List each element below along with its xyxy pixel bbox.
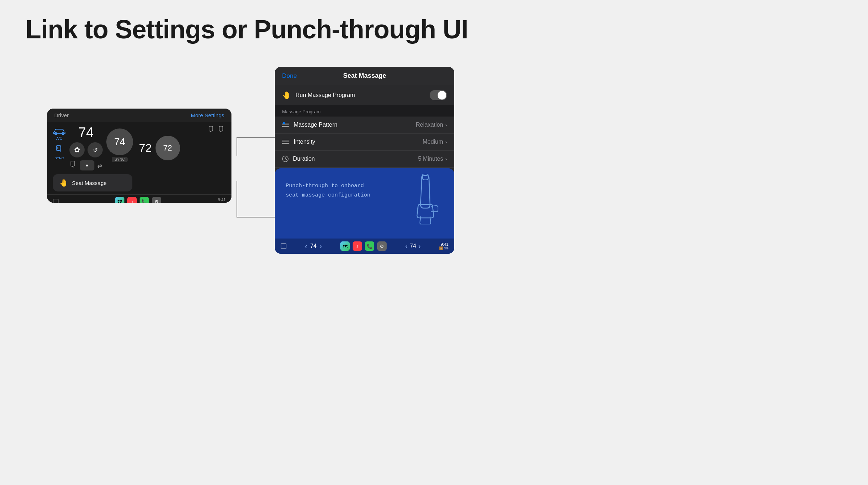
run-massage-label: Run Massage Program [295, 92, 355, 98]
seat-heat-icon [56, 144, 63, 153]
air-direction-btn[interactable]: ↺ [88, 142, 103, 157]
chevron-right-duration: › [445, 156, 447, 162]
carplay-icon-footer: ⚙ [152, 197, 161, 203]
maps-icon-footer: 🗺 [115, 197, 124, 203]
blue-time: 9:41 📶 5G [439, 242, 448, 250]
seat-icon-right2 [218, 126, 226, 134]
ac-label: A/C [56, 136, 63, 140]
seat-massage-button[interactable]: 🤚 Seat Massage [53, 174, 132, 191]
more-settings-label[interactable]: More Settings [191, 112, 224, 118]
passenger-knob[interactable]: 72 [156, 136, 180, 160]
massage-pattern-row[interactable]: Massage Pattern Relaxation › [275, 117, 454, 134]
massage-hand-icon: 🤚 [59, 178, 68, 187]
car-panel-time: 9:41 5G [218, 198, 226, 203]
swap-btn[interactable]: ⇄ [97, 162, 102, 169]
svg-rect-8 [209, 126, 213, 131]
down-btn[interactable]: ▾ [80, 160, 94, 170]
svg-rect-2 [56, 146, 61, 151]
blue-forward-btn2[interactable]: › [418, 242, 421, 250]
driver-temp: 74 [78, 126, 94, 139]
svg-line-23 [285, 159, 287, 160]
massage-pattern-label: Massage Pattern [294, 122, 337, 128]
blue-panel[interactable]: Punch-through to onboard seat massage co… [275, 168, 454, 254]
punch-through-text: Punch-through to onboard seat massage co… [286, 181, 443, 200]
passenger-temp: 72 [139, 142, 152, 155]
intensity-value: Medium [422, 139, 443, 145]
chevron-right-pattern: › [445, 122, 447, 128]
run-massage-icon: 🤚 [282, 91, 291, 100]
seat-massage-label: Seat Massage [72, 180, 107, 186]
blue-checkbox[interactable] [281, 243, 286, 249]
settings-panel: Done Seat Massage 🤚 Run Massage Program … [275, 67, 454, 184]
duration-row[interactable]: Duration 5 Minutes › [275, 151, 454, 167]
center-fan-knob[interactable]: 74 [106, 128, 133, 155]
svg-rect-10 [219, 126, 223, 131]
blue-phone-icon: 📞 [365, 241, 374, 251]
blue-music-icon: ♪ [353, 241, 362, 251]
massage-program-section: Massage Program [275, 105, 454, 117]
flower-btn[interactable]: ✿ [69, 142, 85, 157]
phone-icon-footer: 📞 [140, 197, 149, 203]
done-button[interactable]: Done [282, 72, 297, 80]
duration-value: 5 Minutes [418, 156, 443, 162]
seat-ventilate-btn[interactable] [71, 161, 77, 170]
checkbox-left[interactable] [53, 199, 59, 203]
sync-label-left: SYNC [55, 156, 64, 160]
blue-maps-icon: 🗺 [340, 241, 350, 251]
sync-badge: SYNC [112, 157, 128, 162]
music-icon-footer: ♪ [127, 197, 137, 203]
chevron-right-intensity: › [445, 139, 447, 145]
seat-icon-right [208, 126, 216, 134]
intensity-label: Intensity [294, 139, 315, 145]
blue-temp2: 74 [410, 243, 416, 249]
svg-point-17 [283, 122, 285, 124]
car-panel: Driver More Settings A/C SYNC [47, 109, 231, 203]
blue-back-btn[interactable]: ‹ [305, 242, 307, 250]
settings-title: Seat Massage [343, 72, 386, 80]
blue-temp1: 74 [310, 243, 317, 249]
duration-icon [282, 156, 289, 162]
intensity-icon [282, 139, 289, 145]
blue-back-btn2[interactable]: ‹ [405, 242, 408, 250]
car-icon [53, 127, 66, 135]
intensity-row[interactable]: Intensity Medium › [275, 134, 454, 151]
svg-rect-6 [71, 161, 75, 166]
blue-carplay-icon: ⚙ [377, 241, 387, 251]
driver-label: Driver [54, 112, 69, 118]
massage-pattern-icon [282, 122, 289, 128]
duration-label: Duration [293, 156, 315, 162]
page-title: Link to Settings or Punch-through UI [25, 14, 468, 44]
blue-forward-btn[interactable]: › [320, 242, 322, 250]
massage-pattern-value: Relaxation [416, 122, 443, 128]
car-panel-header: Driver More Settings [47, 109, 231, 122]
run-massage-toggle[interactable] [430, 90, 447, 100]
